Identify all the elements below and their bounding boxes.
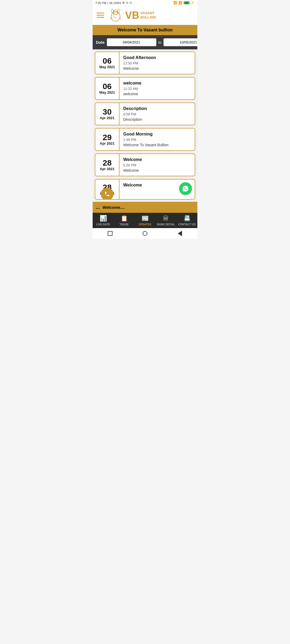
notif-time: 6:20 PM (123, 163, 191, 167)
notif-date: 30 Apr 2021 (95, 103, 119, 125)
notification-card[interactable]: 28 Apr 2021 Welcome (95, 179, 195, 200)
notif-content: Welcome (119, 180, 195, 199)
notification-card[interactable]: 28 Apr 2021 Welcome 6:20 PM Welcome (95, 153, 195, 176)
notif-body: Welcome (123, 66, 191, 71)
status-left: 7:05 PM | 96.1KB/s ⚙ ⊙ ⊙ (95, 1, 132, 5)
nav-item-bank-detail[interactable]: 🏛 BANK DETAIL (155, 215, 176, 226)
notif-date: 06 May 2021 (95, 78, 119, 99)
notif-date: 28 Apr 2021 (95, 154, 119, 176)
ticker-bar: ... Welcome.... (93, 202, 197, 213)
notif-month: Apr 2021 (100, 167, 115, 171)
charge-icon: ⚡ (191, 1, 195, 5)
android-square-button[interactable] (107, 231, 113, 236)
search-bar: Date to Search (93, 35, 197, 49)
notif-title: welcome (123, 81, 191, 86)
battery-icon: 80 (184, 1, 190, 4)
notif-day: 06 (103, 57, 111, 65)
notif-date: 29 Apr 2021 (95, 129, 119, 150)
vpn-icon: ⊙ (129, 1, 132, 5)
nav-label-4: CONTACT US (178, 223, 196, 226)
nav-icon-2: 📰 (142, 215, 149, 222)
notification-card[interactable]: 06 May 2021 welcome 11:22 AM welcome (95, 77, 195, 100)
nav-icon-3: 🏛 (163, 215, 169, 222)
android-home-button[interactable] (142, 231, 148, 236)
notif-title: Description (123, 106, 191, 111)
wifi-icon: 📶 (173, 1, 177, 5)
ganesha-logo (108, 8, 123, 23)
notif-title: Good Morning (123, 132, 191, 137)
notif-time: 1:39 PM (123, 138, 191, 142)
svg-point-6 (115, 13, 116, 13)
logo-vb: VB (125, 10, 139, 20)
notif-content: Description 6:58 PM Description (119, 103, 195, 125)
nav-item-updates[interactable]: 📰 UPDATES (135, 215, 155, 226)
notif-content: Good Afternoon 12:50 PM Welcome (119, 52, 195, 74)
status-speed: 96.1KB/s (109, 1, 121, 5)
notif-content: welcome 11:22 AM welcome (119, 78, 195, 99)
notif-title: Good Afternoon (123, 55, 191, 60)
from-date-input[interactable] (107, 38, 156, 46)
nav-icon-0: 📊 (100, 215, 107, 222)
notif-time: 11:22 AM (123, 87, 191, 91)
to-date-input[interactable] (164, 38, 197, 46)
brand-name-2: BULLION (140, 15, 156, 20)
bottom-nav: 📊 LIVE RATE 📋 TRADE 📰 UPDATES 🏛 BANK DET… (93, 213, 197, 228)
notif-body: Description (123, 117, 191, 122)
notif-month: Apr 2021 (100, 141, 115, 145)
ticker-text: Welcome.... (103, 205, 125, 210)
whatsapp-fab[interactable] (179, 182, 192, 195)
android-nav-bar (93, 228, 197, 239)
notif-date: 06 May 2021 (95, 52, 119, 74)
hamburger-menu[interactable] (97, 13, 104, 18)
notif-content: Welcome 6:20 PM Welcome (119, 154, 195, 176)
status-network: | (107, 1, 108, 5)
notif-title: Welcome (123, 157, 191, 162)
svg-point-5 (117, 12, 118, 13)
brand-logo-text: VB VASANT BULLION (125, 10, 156, 20)
notif-day: 28 (103, 159, 111, 167)
nav-label-0: LIVE RATE (96, 223, 110, 226)
nav-item-trade[interactable]: 📋 TRADE (114, 215, 135, 226)
nav-label-1: TRADE (119, 223, 129, 226)
notification-list: 06 May 2021 Good Afternoon 12:50 PM Welc… (93, 49, 197, 202)
notif-body: welcome (123, 92, 191, 96)
notification-card[interactable]: 29 Apr 2021 Good Morning 1:39 PM Welcome… (95, 128, 195, 151)
nav-icon-4: 📇 (183, 215, 191, 222)
notif-time: 6:58 PM (123, 112, 191, 116)
brand-name-1: VASANT (140, 11, 156, 15)
status-bar: 7:05 PM | 96.1KB/s ⚙ ⊙ ⊙ 📶 📶 80 ⚡ (93, 0, 197, 6)
status-time: 7:05 PM (95, 1, 106, 5)
notif-time: 12:50 PM (123, 61, 191, 65)
nav-label-2: UPDATES (139, 223, 151, 226)
nav-label-3: BANK DETAIL (157, 223, 175, 226)
phone-fab[interactable] (101, 188, 114, 200)
notification-card[interactable]: 06 May 2021 Good Afternoon 12:50 PM Welc… (95, 52, 195, 74)
date-label: Date (96, 40, 105, 45)
location-icon: ⊙ (126, 1, 128, 5)
notif-date: 28 Apr 2021 (95, 180, 119, 199)
header: VB VASANT BULLION (93, 6, 197, 25)
notif-body: Welcome To Vasant Bullion (123, 143, 191, 147)
notif-day: 30 (103, 108, 111, 116)
welcome-banner: Welcome To Vasant bullion (93, 25, 197, 35)
signal-icon: 📶 (179, 1, 182, 5)
notification-card[interactable]: 30 Apr 2021 Description 6:58 PM Descript… (95, 103, 195, 125)
android-back-button[interactable] (177, 231, 183, 236)
ticker-dots: ... (96, 204, 100, 210)
to-label: to (158, 40, 162, 45)
notif-month: May 2021 (99, 65, 115, 69)
notif-day: 06 (103, 82, 111, 90)
notif-month: May 2021 (99, 90, 115, 94)
nav-item-contact-us[interactable]: 📇 CONTACT US (176, 215, 197, 226)
logo-area: VB VASANT BULLION (108, 8, 156, 23)
welcome-text: Welcome To Vasant bullion (117, 28, 173, 32)
notif-body: Welcome (123, 168, 191, 173)
status-right: 📶 📶 80 ⚡ (173, 1, 195, 5)
settings-icon: ⚙ (122, 1, 125, 5)
notif-content: Good Morning 1:39 PM Welcome To Vasant B… (119, 129, 195, 150)
svg-point-4 (114, 12, 115, 13)
nav-icon-1: 📋 (121, 215, 128, 222)
notif-day: 29 (103, 133, 111, 141)
nav-item-live-rate[interactable]: 📊 LIVE RATE (93, 215, 114, 226)
notif-month: Apr 2021 (100, 116, 115, 120)
